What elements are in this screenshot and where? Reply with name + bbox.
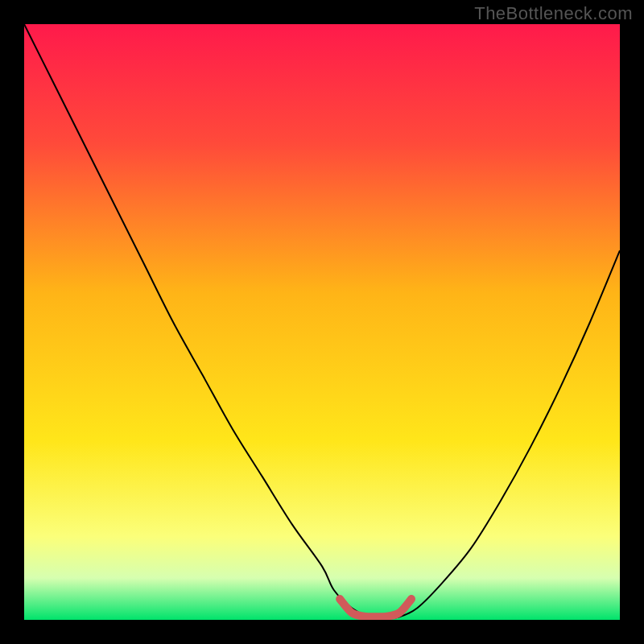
chart-svg: [24, 24, 620, 620]
chart-background: [24, 24, 620, 620]
chart-frame: TheBottleneck.com: [0, 0, 644, 644]
watermark-text: TheBottleneck.com: [474, 3, 633, 24]
chart-plot: [24, 24, 620, 620]
